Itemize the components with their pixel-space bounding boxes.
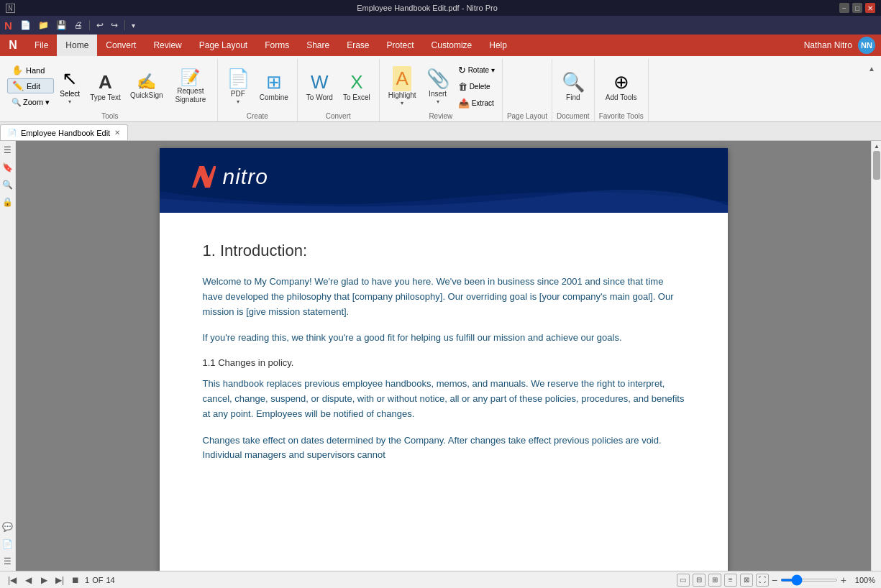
combine-button[interactable]: ⊞ Combine [255,62,293,111]
menu-review[interactable]: Review [145,35,190,56]
maximize-button[interactable]: □ [852,3,862,13]
insert-button[interactable]: 📎 Insert ▾ [422,62,454,111]
menu-erase[interactable]: Erase [338,35,378,56]
menu-convert[interactable]: Convert [97,35,145,56]
scroll-thumb[interactable] [873,151,880,180]
doc-tab-close[interactable]: ✕ [114,129,120,137]
view-grid-button[interactable]: ⊞ [708,574,721,587]
ribbon-group-document: 🔍 Find Document [552,59,595,121]
open-button[interactable]: 📁 [36,19,51,32]
sidebar-bookmark-icon[interactable]: 🔖 [1,161,14,174]
minimize-button[interactable]: − [839,3,849,13]
to-word-label: To Word [306,93,333,102]
quicksign-icon: ✍ [137,73,156,91]
request-signature-button[interactable]: 📝 Request Signature [168,62,213,111]
nav-next-button[interactable]: ▶| [53,574,66,587]
hand-edit-group: ✋ Hand ✏️ Edit 🔍 Zoom ▾ [7,62,54,111]
menu-forms[interactable]: Forms [256,35,298,56]
sidebar-thumbnail-icon[interactable]: ☰ [1,144,14,157]
pdf-page: nitro 1. Introduction: Welcome to My Com… [160,148,728,571]
rotate-icon: ↻ [458,65,466,75]
menu-home[interactable]: Home [57,35,97,56]
view-fullscreen-button[interactable]: ⛶ [756,574,769,587]
combine-label: Combine [260,93,288,102]
new-button[interactable]: 📄 [18,19,33,32]
ribbon-group-favoritetools: ⊕ Add Tools Favorite Tools [595,59,649,121]
save-button[interactable]: 💾 [54,19,69,32]
view-double-button[interactable]: ⊟ [693,574,706,587]
request-sig-icon: 📝 [181,68,200,87]
undo-button[interactable]: ↩ [94,19,106,32]
doc-tab-0[interactable]: 📄 Employee Handbook Edit ✕ [0,124,128,140]
quicksign-button[interactable]: ✍ QuickSign [127,62,167,111]
menu-pagelayout[interactable]: Page Layout [191,35,256,56]
delete-button[interactable]: 🗑 Delete [455,79,498,93]
close-button[interactable]: ✕ [865,3,875,13]
doc-tab-label: Employee Handbook Edit [21,129,110,137]
view-scroll-button[interactable]: ≡ [724,574,737,587]
sidebar-properties-icon[interactable]: ☰ [1,555,14,568]
pdf-label: PDF [231,90,245,98]
select-button[interactable]: ↖ Select ▾ [55,62,84,111]
ribbon-collapse-button[interactable]: ▲ [865,62,878,75]
view-fit-button[interactable]: ⊠ [740,574,753,587]
highlight-label: Highlight [388,91,416,100]
sidebar-security-icon[interactable]: 🔒 [1,196,14,208]
rotate-button[interactable]: ↻ Rotate ▾ [455,63,498,77]
hand-button[interactable]: ✋ Hand [7,63,54,77]
highlight-button[interactable]: A Highlight ▾ [384,62,421,111]
menu-protect[interactable]: Protect [378,35,423,56]
doc-para2: If you're reading this, we think you're … [203,331,685,346]
highlight-dropdown: ▾ [401,100,403,106]
to-word-button[interactable]: W To Word [302,62,337,111]
print-button[interactable]: 🖨 [72,19,85,32]
add-tools-icon: ⊕ [613,71,629,93]
menu-help[interactable]: Help [480,35,516,56]
scroll-up-button[interactable]: ▲ [872,141,881,151]
rotate-delete-extract: ↻ Rotate ▾ 🗑 Delete 📤 Extract [455,62,498,111]
view-single-button[interactable]: ▭ [677,574,690,587]
combine-icon: ⊞ [266,71,282,93]
type-text-label: Type Text [90,93,121,102]
status-bar: |◀ ◀ ▶ ▶| ⏹ 1 OF 14 ▭ ⊟ ⊞ ≡ ⊠ ⛶ − + 100% [0,571,881,588]
tools-group-label: Tools [101,112,118,121]
zoom-label: Zoom ▾ [23,98,50,107]
left-sidebar: ☰ 🔖 🔍 🔒 💬 📄 ☰ [0,141,16,571]
select-label: Select [60,90,80,98]
type-text-button[interactable]: A Type Text [86,62,125,111]
nav-play-button[interactable]: ▶ [37,574,50,587]
menu-customize[interactable]: Customize [423,35,481,56]
nav-first-button[interactable]: |◀ [6,574,19,587]
page-of-label: OF [92,576,103,584]
delete-label: Delete [470,83,490,91]
tab-bar: 📄 Employee Handbook Edit ✕ [0,122,881,141]
menu-share[interactable]: Share [298,35,338,56]
convert-group-label: Convert [326,112,351,121]
edit-button[interactable]: ✏️ Edit [7,78,54,93]
zoom-button[interactable]: 🔍 Zoom ▾ [7,95,54,109]
content-area[interactable]: nitro 1. Introduction: Welcome to My Com… [16,141,871,571]
pdf-button[interactable]: 📄 PDF ▾ [222,62,254,111]
user-avatar[interactable]: NN [858,37,875,54]
nav-last-button[interactable]: ⏹ [69,574,82,587]
sidebar-search-icon[interactable]: 🔍 [1,178,14,191]
find-button[interactable]: 🔍 Find [557,62,589,111]
svg-marker-1 [192,166,216,188]
menu-file[interactable]: File [26,35,57,56]
nav-prev-button[interactable]: ◀ [22,574,35,587]
extract-button[interactable]: 📤 Extract [455,96,498,110]
zoom-in-button[interactable]: + [841,575,846,585]
zoom-icon: 🔍 [12,98,22,107]
zoom-slider[interactable] [780,579,838,582]
add-tools-label: Add Tools [606,93,637,102]
document-group-label: Document [557,112,590,121]
zoom-out-button[interactable]: − [772,575,777,585]
redo-button[interactable]: ↪ [109,19,120,32]
add-tools-button[interactable]: ⊕ Add Tools [601,62,642,111]
to-excel-label: To Excel [343,93,370,102]
sidebar-comment-icon[interactable]: 💬 [1,520,14,533]
customize-qa-button[interactable]: ▾ [129,20,137,31]
sidebar-pages-icon[interactable]: 📄 [1,538,14,551]
to-excel-button[interactable]: X To Excel [339,62,375,111]
user-area: Nathan Nitro NN [804,37,881,54]
